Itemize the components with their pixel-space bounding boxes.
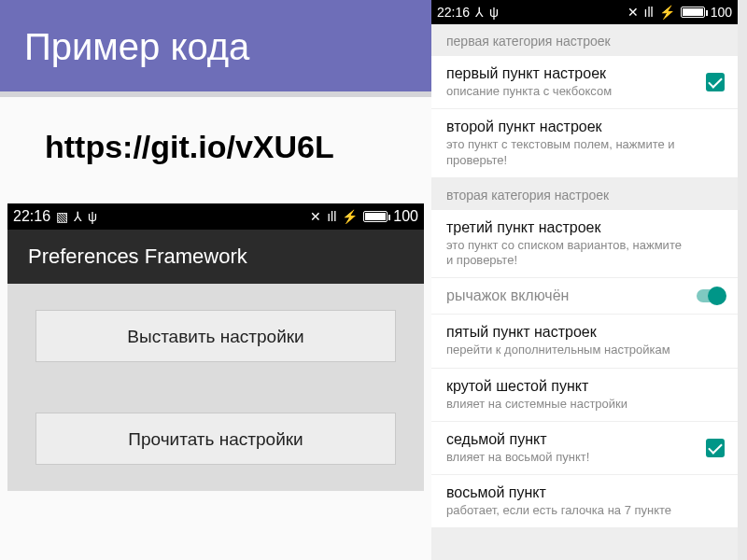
pref-summary: работает, если есть галочка на 7 пункте	[446, 503, 691, 518]
pref-summary: описание пункта с чекбоксом	[446, 84, 691, 99]
battery-icon	[363, 211, 388, 222]
status-bar-left-group: 22:16 ▧ ⅄ ψ	[13, 208, 97, 225]
charging-icon: ⚡	[342, 209, 358, 224]
pref-item-8[interactable]: восьмой пункт работает, если есть галочк…	[431, 475, 738, 528]
status-bar-right-group: ✕ ıll ⚡ 100	[627, 5, 732, 20]
read-settings-button[interactable]: Прочитать настройки	[35, 413, 396, 465]
main-buttons-container: Выставить настройки Прочитать настройки	[7, 284, 424, 491]
pref-summary: влияет на системные настройки	[446, 397, 691, 412]
pref-item-3[interactable]: третий пункт настроек это пункт со списк…	[431, 210, 738, 279]
slide-url: https://git.io/vXU6L	[0, 97, 431, 165]
slide-title: Пример кода	[24, 26, 249, 67]
status-bar-left: 22:16 ▧ ⅄ ψ ✕ ıll ⚡ 100	[7, 203, 424, 230]
battery-level: 100	[711, 5, 732, 20]
app-bar-title: Preferences Framework	[28, 245, 247, 268]
pref-title: рычажок включён	[446, 287, 691, 304]
mute-icon: ✕	[310, 209, 321, 224]
usb-icon: ψ	[489, 5, 499, 20]
status-time: 22:16	[437, 5, 470, 20]
pref-summary: это пункт с текстовым полем, нажмите и п…	[446, 137, 691, 168]
category-header-2: вторая категория настроек	[431, 178, 738, 210]
status-bar-left-group: 22:16 ⅄ ψ	[437, 5, 499, 20]
status-bar-right-group: ✕ ıll ⚡ 100	[310, 208, 418, 225]
pref-title: восьмой пункт	[446, 484, 691, 501]
pref-item-1[interactable]: первый пункт настроек описание пункта с …	[431, 56, 738, 109]
pref-summary: это пункт со списком вариантов, нажмите …	[446, 238, 691, 269]
battery-icon	[681, 7, 705, 18]
share-icon: ⅄	[475, 5, 484, 20]
mute-icon: ✕	[627, 5, 639, 20]
pref-item-6[interactable]: крутой шестой пункт влияет на системные …	[431, 369, 738, 422]
pref-item-7[interactable]: седьмой пункт влияет на восьмой пункт!	[431, 422, 738, 475]
status-time: 22:16	[13, 208, 50, 225]
pref-item-5[interactable]: пятый пункт настроек перейти к дополните…	[431, 315, 738, 368]
signal-icon: ıll	[327, 209, 336, 224]
pref-title: первый пункт настроек	[446, 65, 691, 82]
set-settings-button[interactable]: Выставить настройки	[35, 310, 396, 362]
pref-summary: перейти к дополнительным настройкам	[446, 343, 691, 357]
status-bar-right: 22:16 ⅄ ψ ✕ ıll ⚡ 100	[431, 0, 738, 24]
signal-icon: ıll	[644, 5, 654, 20]
slide-left-column: Пример кода https://git.io/vXU6L 22:16 ▧…	[0, 0, 431, 560]
app-bar: Preferences Framework	[7, 230, 424, 284]
pref-title: пятый пункт настроек	[446, 324, 691, 341]
pref-item-switch[interactable]: рычажок включён	[431, 278, 738, 315]
battery-level: 100	[393, 208, 418, 225]
switch-toggle[interactable]	[697, 289, 725, 302]
image-icon: ▧	[56, 209, 68, 224]
left-phone-frame: 22:16 ▧ ⅄ ψ ✕ ıll ⚡ 100 Preferences Fram…	[7, 203, 424, 491]
right-phone-frame: 22:16 ⅄ ψ ✕ ıll ⚡ 100 первая категория н…	[431, 0, 738, 560]
pref-title: седьмой пункт	[446, 431, 691, 448]
share-icon: ⅄	[74, 209, 82, 224]
pref-item-2[interactable]: второй пункт настроек это пункт с тексто…	[431, 109, 738, 178]
charging-icon: ⚡	[659, 5, 675, 20]
checkbox-icon[interactable]	[706, 73, 725, 91]
pref-title: второй пункт настроек	[446, 119, 691, 135]
checkbox-icon[interactable]	[706, 439, 725, 457]
slide-title-bar: Пример кода	[0, 0, 431, 97]
pref-title: крутой шестой пункт	[446, 378, 691, 395]
pref-summary: влияет на восьмой пункт!	[446, 450, 691, 465]
category-header-1: первая категория настроек	[431, 24, 738, 56]
usb-icon: ψ	[88, 209, 97, 224]
pref-title: третий пункт настроек	[446, 219, 691, 236]
